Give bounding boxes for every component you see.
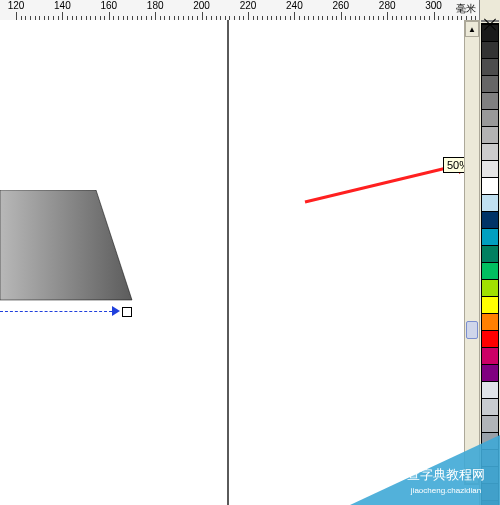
color-swatch-8[interactable] bbox=[481, 330, 499, 348]
color-palette[interactable]: ▼ ▶ bbox=[479, 20, 500, 505]
gray2-swatch-3[interactable] bbox=[481, 432, 499, 450]
color-swatch-5[interactable] bbox=[481, 279, 499, 297]
gray-swatch-8[interactable] bbox=[481, 160, 499, 178]
gray-swatch-3[interactable] bbox=[481, 75, 499, 93]
gray2-swatch-1[interactable] bbox=[481, 398, 499, 416]
gray2-swatch-0[interactable] bbox=[481, 381, 499, 399]
palette-options-button[interactable] bbox=[481, 20, 499, 22]
gray-swatch-5[interactable] bbox=[481, 109, 499, 127]
gray-swatch-0[interactable] bbox=[481, 24, 499, 42]
scroll-up-button[interactable]: ▲ bbox=[465, 21, 479, 37]
gray2-swatch-6[interactable] bbox=[481, 483, 499, 501]
ruler-label: 160 bbox=[100, 0, 117, 11]
gradient-end-handle[interactable] bbox=[122, 307, 132, 317]
gray-swatch-2[interactable] bbox=[481, 58, 499, 76]
ruler-label: 140 bbox=[54, 0, 71, 11]
page-edge bbox=[227, 20, 229, 505]
svg-marker-0 bbox=[0, 190, 132, 300]
color-swatch-1[interactable] bbox=[481, 211, 499, 229]
gray-swatch-9[interactable] bbox=[481, 177, 499, 195]
gray2-swatch-2[interactable] bbox=[481, 415, 499, 433]
ruler-label: 240 bbox=[286, 0, 303, 11]
canvas[interactable]: 50% Black bbox=[0, 20, 466, 505]
color-swatch-10[interactable] bbox=[481, 364, 499, 382]
swatch-none[interactable] bbox=[481, 23, 499, 25]
ruler-label: 220 bbox=[240, 0, 257, 11]
selected-shape[interactable] bbox=[0, 190, 140, 310]
ruler-corner bbox=[479, 0, 500, 21]
ruler-label: 200 bbox=[193, 0, 210, 11]
color-swatch-3[interactable] bbox=[481, 245, 499, 263]
color-swatch-0[interactable] bbox=[481, 194, 499, 212]
color-swatch-7[interactable] bbox=[481, 313, 499, 331]
vertical-scrollbar[interactable]: ▲ ▼ bbox=[464, 20, 480, 485]
annotation-arrow bbox=[300, 140, 490, 210]
ruler-unit-label: 毫米 bbox=[456, 2, 476, 16]
gray2-swatch-7[interactable] bbox=[481, 500, 499, 505]
gray2-swatch-5[interactable] bbox=[481, 466, 499, 484]
gray-swatch-1[interactable] bbox=[481, 41, 499, 59]
ruler-label: 260 bbox=[332, 0, 349, 11]
color-swatch-2[interactable] bbox=[481, 228, 499, 246]
ruler-label: 120 bbox=[8, 0, 25, 11]
color-swatch-6[interactable] bbox=[481, 296, 499, 314]
ruler-label: 180 bbox=[147, 0, 164, 11]
ruler-label: 300 bbox=[425, 0, 442, 11]
gray-swatch-4[interactable] bbox=[481, 92, 499, 110]
gradient-direction-line[interactable] bbox=[0, 311, 112, 312]
scroll-thumb[interactable] bbox=[466, 321, 478, 339]
horizontal-ruler: 毫米 120140160180200220240260280300 bbox=[0, 0, 480, 21]
gray-swatch-7[interactable] bbox=[481, 143, 499, 161]
color-swatch-9[interactable] bbox=[481, 347, 499, 365]
scroll-down-button[interactable]: ▼ bbox=[465, 468, 479, 484]
ruler-label: 280 bbox=[379, 0, 396, 11]
gray2-swatch-4[interactable] bbox=[481, 449, 499, 467]
color-swatch-4[interactable] bbox=[481, 262, 499, 280]
gray-swatch-6[interactable] bbox=[481, 126, 499, 144]
gradient-direction-arrow[interactable] bbox=[112, 306, 120, 316]
